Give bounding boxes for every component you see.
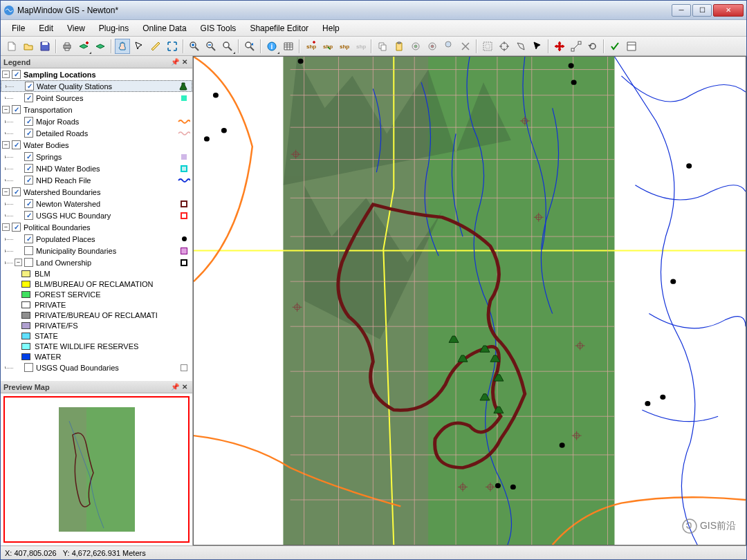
expand-icon[interactable]: − bbox=[2, 141, 10, 149]
legend-group[interactable]: −Transportation bbox=[1, 104, 192, 115]
legend-group[interactable]: −Water Bodies bbox=[1, 139, 192, 151]
legend-layer[interactable]: USGS Quad Boundaries bbox=[1, 362, 192, 373]
expand-icon[interactable]: − bbox=[2, 188, 10, 196]
tool-rotate[interactable] bbox=[585, 39, 600, 54]
expand-icon[interactable]: − bbox=[2, 223, 10, 231]
panel-close-icon[interactable]: ✕ bbox=[180, 57, 190, 67]
tool-shp[interactable]: shp bbox=[336, 39, 351, 54]
legend-category[interactable]: FOREST SERVICE bbox=[1, 289, 192, 299]
maximize-button[interactable]: ☐ bbox=[692, 4, 712, 17]
menu-plugins[interactable]: Plug-ins bbox=[92, 21, 136, 35]
tool-identify[interactable] bbox=[220, 39, 235, 54]
checkbox[interactable] bbox=[24, 117, 33, 126]
checkbox[interactable] bbox=[24, 246, 33, 255]
legend-category[interactable]: BLM/BUREAU OF RECLAMATION bbox=[1, 279, 192, 289]
legend-category[interactable]: PRIVATE/FS bbox=[1, 320, 192, 330]
close-button[interactable]: ✕ bbox=[713, 4, 744, 17]
legend-group[interactable]: −Political Boundaries bbox=[1, 221, 192, 233]
legend-category[interactable]: STATE bbox=[1, 330, 192, 341]
checkbox[interactable] bbox=[12, 70, 21, 79]
tool-attrib[interactable] bbox=[624, 39, 639, 54]
tool-measure[interactable] bbox=[148, 39, 163, 54]
legend-category[interactable]: WATER bbox=[1, 351, 192, 362]
legend-category[interactable]: PRIVATE/BUREAU OF RECLAMATI bbox=[1, 310, 192, 320]
menu-gistools[interactable]: GIS Tools bbox=[194, 21, 243, 35]
checkbox[interactable] bbox=[12, 223, 21, 232]
tool-buffer2[interactable] bbox=[425, 39, 440, 54]
legend-layer[interactable]: Water Quality Stations bbox=[1, 80, 192, 92]
tool-paste[interactable] bbox=[391, 39, 407, 54]
tool-shp-rm[interactable]: shp bbox=[353, 39, 368, 54]
checkbox[interactable] bbox=[24, 152, 33, 161]
legend-group[interactable]: −Sampling Locations bbox=[1, 68, 192, 80]
legend-layer[interactable]: Major Roads bbox=[1, 115, 192, 127]
tool-copy[interactable] bbox=[375, 39, 390, 54]
legend-layer[interactable]: NHD Reach File bbox=[1, 174, 192, 186]
tool-table[interactable] bbox=[281, 39, 296, 54]
checkbox[interactable] bbox=[12, 140, 21, 149]
legend-category[interactable]: STATE WILDLIFE RESERVES bbox=[1, 341, 192, 351]
legend-layer[interactable]: NHD Water Bodies bbox=[1, 162, 192, 174]
legend-layer[interactable]: Populated Places bbox=[1, 233, 192, 245]
tool-extent[interactable] bbox=[480, 39, 495, 54]
tool-info[interactable]: i bbox=[264, 39, 279, 54]
checkbox[interactable] bbox=[24, 211, 33, 220]
menu-edit[interactable]: Edit bbox=[32, 21, 60, 35]
tool-pan[interactable] bbox=[115, 39, 130, 54]
legend-group[interactable]: −Watershed Boundaries bbox=[1, 186, 192, 198]
tool-check[interactable] bbox=[607, 39, 622, 54]
tool-shp-add[interactable]: shp bbox=[320, 39, 335, 54]
checkbox[interactable] bbox=[24, 199, 33, 208]
tool-zoom-prev[interactable] bbox=[242, 39, 257, 54]
menu-view[interactable]: View bbox=[60, 21, 92, 35]
legend-category[interactable]: BLM bbox=[1, 268, 192, 279]
legend-layer[interactable]: Municipality Boundaries bbox=[1, 245, 192, 256]
checkbox[interactable] bbox=[12, 105, 21, 114]
expand-icon[interactable]: − bbox=[2, 106, 10, 113]
checkbox[interactable] bbox=[24, 93, 33, 102]
legend-layer[interactable]: Point Sources bbox=[1, 92, 192, 104]
pin-icon[interactable]: 📌 bbox=[170, 382, 180, 392]
tool-zoom-extents[interactable] bbox=[165, 39, 180, 54]
panel-close-icon[interactable]: ✕ bbox=[180, 382, 190, 392]
legend-tree[interactable]: −Sampling LocationsWater Quality Station… bbox=[1, 68, 192, 381]
tool-layer-props[interactable] bbox=[93, 39, 108, 54]
tool-zoom-in[interactable] bbox=[187, 39, 202, 54]
minimize-button[interactable]: ─ bbox=[672, 4, 691, 17]
map-canvas[interactable]: GIS前沿 bbox=[193, 56, 746, 545]
tool-union[interactable] bbox=[441, 39, 456, 54]
menu-file[interactable]: File bbox=[5, 21, 32, 35]
preview-map[interactable] bbox=[1, 393, 192, 545]
legend-layer[interactable]: USGS HUC Boundary bbox=[1, 209, 192, 221]
checkbox[interactable] bbox=[24, 363, 33, 372]
tool-arrow[interactable] bbox=[530, 39, 545, 54]
legend-layer[interactable]: Detailed Roads bbox=[1, 127, 192, 139]
tool-select[interactable] bbox=[131, 39, 147, 54]
legend-layer[interactable]: −Land Ownership bbox=[1, 256, 192, 268]
checkbox[interactable] bbox=[25, 82, 34, 91]
legend-layer[interactable]: Springs bbox=[1, 151, 192, 162]
checkbox[interactable] bbox=[12, 187, 21, 196]
expand-icon[interactable]: − bbox=[2, 71, 10, 78]
checkbox[interactable] bbox=[24, 164, 33, 173]
tool-add-layer[interactable] bbox=[76, 39, 91, 54]
legend-category[interactable]: PRIVATE bbox=[1, 299, 192, 310]
checkbox[interactable] bbox=[24, 258, 33, 267]
tool-new[interactable] bbox=[4, 39, 19, 54]
menu-shapefileeditor[interactable]: Shapefile Editor bbox=[243, 21, 315, 35]
menu-help[interactable]: Help bbox=[315, 21, 347, 35]
tool-poly-select[interactable] bbox=[513, 39, 528, 54]
tool-edit-node[interactable] bbox=[569, 39, 584, 54]
tool-target[interactable] bbox=[497, 39, 512, 54]
tool-shp-new[interactable]: shp bbox=[303, 39, 318, 54]
checkbox[interactable] bbox=[24, 176, 33, 185]
tool-save[interactable] bbox=[37, 39, 53, 54]
pin-icon[interactable]: 📌 bbox=[170, 57, 180, 67]
tool-buffer[interactable] bbox=[408, 39, 423, 54]
tool-clip[interactable] bbox=[458, 39, 473, 54]
checkbox[interactable] bbox=[24, 234, 33, 243]
tool-open[interactable] bbox=[21, 39, 36, 54]
checkbox[interactable] bbox=[24, 129, 33, 138]
legend-layer[interactable]: Newton Watershed bbox=[1, 198, 192, 209]
tool-zoom-out[interactable] bbox=[203, 39, 219, 54]
